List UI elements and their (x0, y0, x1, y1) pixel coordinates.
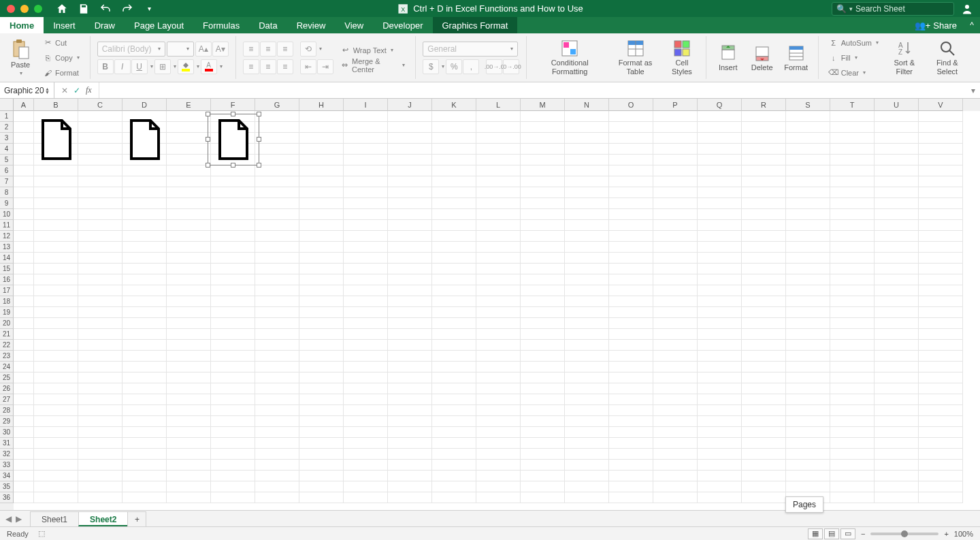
column-header-G[interactable]: G (255, 99, 299, 111)
zoom-level[interactable]: 100% (954, 530, 973, 538)
row-header-28[interactable]: 28 (0, 405, 14, 416)
delete-cells-button[interactable]: Delete (747, 36, 777, 80)
insert-cells-button[interactable]: Insert (713, 36, 743, 80)
italic-button[interactable]: I (114, 59, 131, 74)
fill-button[interactable]: ↓Fill▾ (826, 52, 882, 64)
sort-filter-button[interactable]: AZ Sort & Filter (886, 36, 923, 80)
enter-formula-icon[interactable]: ✓ (74, 86, 80, 95)
cancel-formula-icon[interactable]: ✕ (61, 86, 68, 95)
row-header-36[interactable]: 36 (0, 492, 14, 503)
resize-handle-br[interactable] (257, 163, 261, 168)
row-header-20[interactable]: 20 (0, 318, 14, 329)
tab-developer[interactable]: Developer (373, 17, 432, 33)
tab-view[interactable]: View (335, 17, 373, 33)
column-header-F[interactable]: F (211, 99, 255, 111)
row-header-12[interactable]: 12 (0, 231, 14, 242)
row-header-18[interactable]: 18 (0, 296, 14, 307)
sheet-nav-prev-icon[interactable]: ◀ (5, 514, 12, 524)
row-header-9[interactable]: 9 (0, 198, 14, 209)
resize-handle-r[interactable] (257, 137, 261, 142)
cell-styles-button[interactable]: Cell Styles (665, 36, 699, 80)
increase-indent-button[interactable]: ⇥ (317, 59, 333, 74)
normal-view-button[interactable]: ▦ (808, 528, 823, 539)
tab-review[interactable]: Review (287, 17, 336, 33)
row-header-11[interactable]: 11 (0, 220, 14, 231)
tab-graphics-format[interactable]: Graphics Format (433, 17, 518, 33)
column-header-S[interactable]: S (786, 99, 830, 111)
merge-center-button[interactable]: ⇔Merge & Center▾ (338, 59, 409, 72)
undo-icon[interactable] (99, 3, 112, 15)
row-header-3[interactable]: 3 (0, 133, 14, 144)
row-header-1[interactable]: 1 (0, 111, 14, 122)
column-header-V[interactable]: V (919, 99, 963, 111)
row-header-19[interactable]: 19 (0, 307, 14, 318)
fx-icon[interactable]: fx (86, 85, 92, 95)
row-header-8[interactable]: 8 (0, 187, 14, 198)
row-header-10[interactable]: 10 (0, 209, 14, 220)
save-icon[interactable] (78, 3, 90, 15)
resize-handle-t[interactable] (231, 112, 235, 116)
column-header-D[interactable]: D (122, 99, 167, 111)
page-break-view-button[interactable]: ▭ (840, 528, 855, 539)
border-button[interactable]: ⊞ (154, 59, 171, 74)
align-middle-button[interactable]: ≡ (260, 42, 276, 57)
comma-button[interactable]: , (463, 59, 479, 74)
cells-area[interactable] (14, 111, 980, 510)
row-header-30[interactable]: 30 (0, 427, 14, 438)
tab-draw[interactable]: Draw (85, 17, 125, 33)
macro-record-icon[interactable]: ⬚ (38, 529, 45, 538)
sheet-tab-sheet2[interactable]: Sheet2 (78, 511, 128, 526)
decrease-font-button[interactable]: A▾ (212, 42, 229, 57)
column-header-R[interactable]: R (742, 99, 786, 111)
wrap-text-button[interactable]: ↩Wrap Text▾ (338, 44, 409, 57)
align-bottom-button[interactable]: ≡ (277, 42, 293, 57)
row-header-31[interactable]: 31 (0, 438, 14, 449)
format-cells-button[interactable]: Format (781, 36, 811, 80)
row-header-7[interactable]: 7 (0, 176, 14, 187)
font-size-combo[interactable]: ▾ (167, 42, 194, 57)
resize-handle-l[interactable] (206, 137, 210, 142)
column-header-I[interactable]: I (344, 99, 388, 111)
tab-insert[interactable]: Insert (44, 17, 85, 33)
row-header-2[interactable]: 2 (0, 122, 14, 133)
percent-button[interactable]: % (446, 59, 462, 74)
row-header-6[interactable]: 6 (0, 165, 14, 176)
number-format-combo[interactable]: General▾ (423, 42, 518, 57)
row-header-34[interactable]: 34 (0, 471, 14, 481)
row-header-21[interactable]: 21 (0, 329, 14, 340)
zoom-slider[interactable] (870, 533, 938, 535)
format-painter-button[interactable]: 🖌Format (39, 67, 83, 79)
conditional-formatting-button[interactable]: Conditional Formatting (534, 36, 606, 80)
font-color-button[interactable]: A (201, 59, 217, 74)
row-header-15[interactable]: 15 (0, 264, 14, 274)
find-select-button[interactable]: Find & Select (927, 36, 968, 80)
row-header-14[interactable]: 14 (0, 253, 14, 264)
row-header-5[interactable]: 5 (0, 155, 14, 165)
row-header-25[interactable]: 25 (0, 372, 14, 383)
column-header-O[interactable]: O (609, 99, 653, 111)
zoom-out-button[interactable]: − (861, 530, 865, 538)
sheet-nav-next-icon[interactable]: ▶ (16, 514, 22, 524)
tab-formulas[interactable]: Formulas (193, 17, 249, 33)
column-header-N[interactable]: N (565, 99, 609, 111)
decrease-indent-button[interactable]: ⇤ (300, 59, 316, 74)
fullscreen-window-icon[interactable] (34, 5, 42, 13)
resize-handle-bl[interactable] (206, 163, 210, 168)
page-graphic-2[interactable] (128, 119, 162, 160)
row-header-24[interactable]: 24 (0, 362, 14, 372)
selection-outline[interactable] (208, 114, 259, 165)
align-top-button[interactable]: ≡ (243, 42, 259, 57)
fill-color-button[interactable] (178, 59, 194, 74)
tab-data[interactable]: Data (249, 17, 287, 33)
align-left-button[interactable]: ≡ (243, 59, 259, 74)
row-header-29[interactable]: 29 (0, 416, 14, 427)
select-all-button[interactable] (0, 99, 14, 111)
collapse-ribbon-button[interactable]: ^ (964, 17, 980, 33)
account-icon[interactable] (961, 3, 973, 15)
resize-handle-tr[interactable] (257, 112, 261, 116)
row-header-4[interactable]: 4 (0, 144, 14, 155)
tab-page-layout[interactable]: Page Layout (125, 17, 193, 33)
formula-input[interactable] (99, 82, 966, 98)
name-box[interactable]: Graphic 20 ▲▼ (0, 82, 54, 98)
increase-decimal-button[interactable]: .00→.0 (486, 59, 502, 74)
